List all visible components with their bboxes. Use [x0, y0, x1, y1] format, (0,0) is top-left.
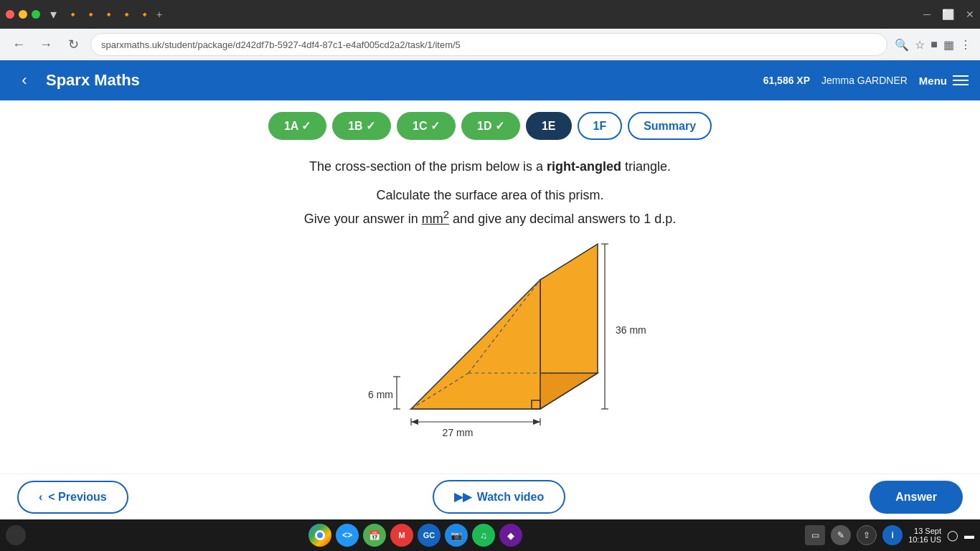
clock-date: 13 Sept 10:16 US	[908, 527, 941, 544]
taskbar-center: <> 📅 M GC 📷 ♫ ◆	[29, 524, 802, 547]
tab-1F[interactable]: 1F	[578, 112, 623, 140]
battery-icon: ▬	[964, 529, 974, 541]
bottom-bar: ‹ < Previous ▶▶ Watch video Answer	[0, 474, 980, 519]
tab-summary[interactable]: Summary	[628, 112, 712, 140]
time-display: 10:16 US	[908, 535, 941, 544]
address-bar-row: ← → ↻ sparxmaths.uk/student/package/d242…	[0, 29, 980, 60]
svg-marker-18	[411, 419, 418, 425]
address-field[interactable]: sparxmaths.uk/student/package/d242df7b-5…	[90, 33, 887, 56]
question-line2: Calculate the surface area of this prism…	[29, 185, 951, 206]
reload-nav-button[interactable]: ↻	[63, 34, 83, 55]
tabs-row: 1A ✓ 1B ✓ 1C ✓ 1D ✓ 1E 1F Summary	[29, 112, 951, 140]
unit-text: mm2	[422, 212, 449, 226]
date-display: 13 Sept	[914, 527, 941, 535]
wifi-icon: ◯	[947, 529, 958, 541]
zoom-icon: 🔍	[895, 38, 909, 52]
code-icon[interactable]: <>	[336, 524, 359, 547]
tab-1D[interactable]: 1D ✓	[461, 112, 520, 140]
extension-icon: ▦	[943, 38, 954, 52]
screen-icon[interactable]: ▭	[805, 525, 825, 545]
menu-dots-icon: ⋮	[960, 38, 971, 52]
main-content: 1A ✓ 1B ✓ 1C ✓ 1D ✓ 1E 1F Summary The cr…	[0, 100, 980, 445]
svg-marker-19	[533, 419, 540, 425]
address-icons: 🔍 ☆ ■ ▦ ⋮	[895, 38, 971, 52]
tab-1C[interactable]: 1C ✓	[397, 112, 456, 140]
answer-label: Answer	[895, 491, 937, 503]
svg-text:27 mm: 27 mm	[443, 427, 473, 438]
svg-text:6 mm: 6 mm	[368, 389, 393, 400]
question-bold: right-angled	[547, 159, 621, 174]
app-header: ‹ Sparx Maths 61,586 XP Jemma GARDNER Me…	[0, 60, 980, 100]
user-name: Jemma GARDNER	[821, 75, 908, 86]
sparx-extension-icon: ■	[930, 38, 938, 51]
previous-button[interactable]: ‹ < Previous	[17, 481, 128, 514]
watch-video-button[interactable]: ▶▶ Watch video	[433, 480, 566, 514]
header-right: 61,586 XP Jemma GARDNER Menu	[763, 75, 969, 87]
question-lines23: Calculate the surface area of this prism…	[29, 185, 951, 230]
svg-text:36 mm: 36 mm	[616, 324, 646, 336]
video-icon: ▶▶	[454, 490, 471, 504]
chevron-left-icon: ‹	[39, 491, 42, 504]
back-button[interactable]: ‹	[11, 67, 37, 93]
tab-1B[interactable]: 1B ✓	[332, 112, 391, 140]
pencil-icon[interactable]: ✎	[831, 525, 851, 545]
taskbar: <> 📅 M GC 📷 ♫ ◆ ▭ ✎ ⇧ i	[0, 519, 980, 551]
menu-button[interactable]: Menu	[919, 75, 969, 87]
forward-nav-button[interactable]: →	[36, 34, 56, 55]
arrow-up-icon[interactable]: ⇧	[857, 525, 877, 545]
star-icon: ☆	[915, 38, 925, 52]
tab-1E[interactable]: 1E	[526, 112, 572, 140]
answer-button[interactable]: Answer	[870, 481, 963, 514]
back-nav-button[interactable]: ←	[9, 34, 29, 55]
spotify-icon[interactable]: ♫	[472, 524, 495, 547]
url-text: sparxmaths.uk/student/package/d242df7b-5…	[101, 39, 461, 50]
watch-video-label: Watch video	[477, 491, 545, 504]
menu-label: Menu	[919, 75, 947, 87]
question-line3: Give your answer in mm2 and give any dec…	[29, 206, 951, 230]
tab-1A[interactable]: 1A ✓	[268, 112, 326, 140]
browser-top-bar: ▾ 🔸 🔸 🔸 🔸 🔸 + ─ ⬜ ✕	[0, 0, 980, 29]
xp-display: 61,586 XP	[763, 75, 810, 86]
calendar-icon[interactable]: 📅	[363, 524, 386, 547]
question-line1: The cross-section of the prism below is …	[29, 157, 951, 176]
prism-diagram: 36 mm 6 mm 27 mm	[354, 244, 626, 445]
diagram-area: 36 mm 6 mm 27 mm	[29, 244, 951, 445]
taskbar-right: ▭ ✎ ⇧ i 13 Sept 10:16 US ◯ ▬	[805, 525, 974, 545]
info-icon[interactable]: i	[882, 525, 903, 545]
taskbar-circle[interactable]	[6, 525, 26, 545]
classroom-icon[interactable]: GC	[418, 524, 440, 547]
question-text-part2: triangle.	[625, 159, 671, 174]
svg-marker-2	[411, 280, 540, 409]
logo: Sparx Maths	[46, 71, 755, 90]
hamburger-icon	[953, 75, 969, 85]
previous-label: < Previous	[48, 491, 106, 504]
meet-icon[interactable]: M	[390, 524, 413, 547]
question-text-part1: The cross-section of the prism below is …	[309, 159, 543, 174]
chrome-icon[interactable]	[308, 524, 331, 547]
app-icon[interactable]: ◆	[499, 524, 522, 547]
camera-icon[interactable]: 📷	[445, 524, 468, 547]
